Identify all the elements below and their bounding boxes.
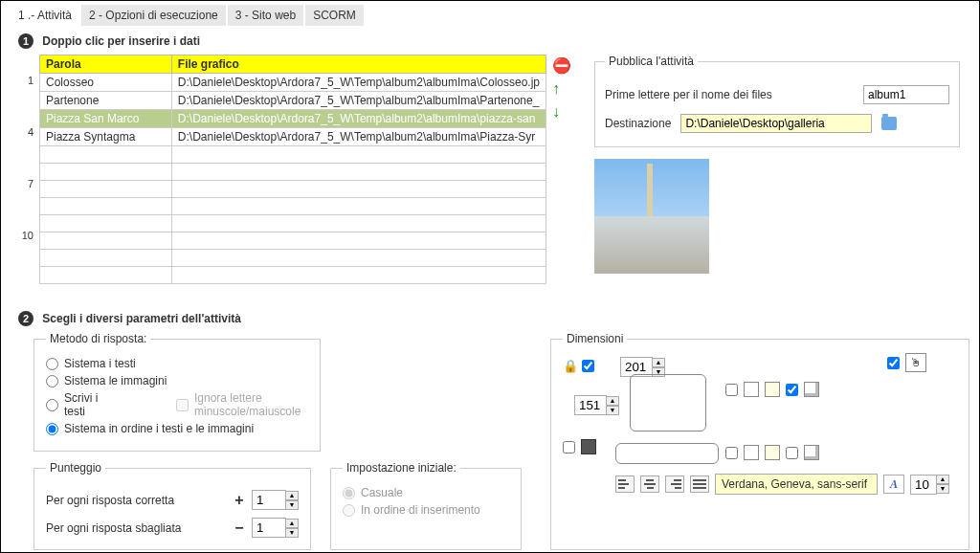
font-size-up[interactable]: ▲	[936, 475, 949, 484]
remove-row-icon[interactable]: ⛔	[552, 56, 571, 75]
tab-activity[interactable]: 1 .- Attività	[11, 5, 79, 26]
table-row[interactable]: PartenoneD:\Daniele\Desktop\Ardora7_5_W\…	[40, 92, 546, 110]
table-row[interactable]	[40, 232, 546, 250]
font-size-down[interactable]: ▼	[936, 484, 949, 494]
chk-b1[interactable]	[563, 441, 575, 453]
chk-s1[interactable]	[725, 384, 738, 396]
image-rect	[630, 374, 706, 431]
swatch-off-2[interactable]	[765, 445, 780, 460]
method-group: Metodo di risposta: Sistema i testi Sist…	[33, 332, 321, 452]
tab-website[interactable]: 3 - Sito web	[228, 5, 303, 26]
align-justify[interactable]	[690, 476, 709, 493]
radio-casuale	[343, 487, 355, 499]
height-spinner[interactable]	[574, 395, 607, 415]
align-right[interactable]	[665, 476, 684, 493]
table-row[interactable]: Piazza SyntagmaD:\Daniele\Desktop\Ardora…	[40, 128, 546, 146]
width-up[interactable]: ▲	[652, 358, 665, 367]
radio-ordine-testi-immagini[interactable]	[46, 423, 58, 435]
preview-image	[594, 159, 709, 274]
table-row[interactable]: ColosseoD:\Daniele\Desktop\Ardora7_5_W\T…	[40, 74, 546, 92]
table-row[interactable]	[40, 181, 546, 198]
align-left[interactable]	[615, 476, 635, 493]
align-center[interactable]	[640, 476, 659, 493]
move-down-icon[interactable]: ↓	[552, 103, 571, 121]
swatch-off[interactable]	[765, 382, 780, 397]
height-down[interactable]: ▼	[606, 406, 619, 415]
prefix-label: Prime lettere per il nome dei files	[605, 88, 854, 101]
table-row[interactable]	[40, 146, 546, 164]
radio-ordine-inserimento	[343, 504, 355, 517]
swatch-shadow[interactable]	[804, 382, 819, 397]
minus-icon: −	[233, 520, 246, 537]
font-style-icon[interactable]: A	[883, 475, 904, 494]
table-row[interactable]	[40, 250, 546, 267]
ignore-case-checkbox	[176, 399, 189, 411]
lock-checkbox[interactable]	[582, 360, 594, 372]
step1-header: 1 Doppio clic per inserire i dati	[18, 33, 969, 49]
radio-sistema-testi[interactable]	[46, 358, 58, 370]
correct-label: Per ogni risposta corretta	[46, 494, 174, 507]
tab-scorm[interactable]: SCORM	[305, 5, 364, 26]
prefix-input[interactable]	[863, 85, 949, 104]
table-row[interactable]	[40, 164, 546, 181]
dimensioni-group: Dimensioni 🔒 ▲▼ ▲▼	[550, 332, 969, 550]
wrong-down[interactable]: ▼	[285, 528, 299, 538]
plus-icon: +	[233, 492, 246, 509]
chk-s2[interactable]	[786, 384, 798, 396]
wrong-label: Per ogni risposta sbagliata	[46, 521, 181, 535]
chk-b2[interactable]	[725, 447, 738, 459]
radio-scrivi-testi[interactable]	[46, 399, 58, 411]
wrong-up[interactable]: ▲	[285, 519, 299, 528]
method-legend: Metodo di risposta:	[46, 332, 150, 345]
swatch-shadow-2[interactable]	[804, 445, 819, 460]
publish-group: Pubblica l'attività Prime lettere per il…	[594, 55, 960, 147]
height-up[interactable]: ▲	[606, 396, 619, 406]
correct-down[interactable]: ▼	[285, 500, 299, 510]
dest-label: Destinazione	[605, 117, 671, 130]
table-row[interactable]	[40, 215, 546, 232]
step1-badge: 1	[18, 33, 33, 49]
correct-spinner[interactable]	[252, 490, 286, 510]
font-family-input[interactable]: Verdana, Geneva, sans-serif	[715, 474, 878, 495]
step2-badge: 2	[18, 311, 33, 326]
step1-title: Doppio clic per inserire i dati	[42, 34, 200, 48]
dim-legend: Dimensioni	[563, 332, 627, 345]
swatch-dark[interactable]	[581, 439, 596, 454]
move-up-icon[interactable]: ↑	[552, 80, 571, 98]
table-row[interactable]	[40, 198, 546, 215]
chk-cursor[interactable]	[887, 357, 900, 369]
cursor-icon[interactable]: 🖱	[905, 353, 926, 372]
swatch-white[interactable]	[744, 382, 759, 397]
publish-legend: Pubblica l'attività	[605, 55, 698, 68]
step2-title: Scegli i diversi parametri dell'attività	[42, 312, 241, 325]
dest-input[interactable]	[680, 114, 872, 133]
data-table[interactable]: Parola File grafico ColosseoD:\Daniele\D…	[39, 55, 546, 284]
init-group: Impostazione iniziale: Casuale In ordine…	[330, 461, 522, 550]
init-legend: Impostazione iniziale:	[343, 461, 460, 475]
score-legend: Punteggio	[46, 461, 105, 475]
correct-up[interactable]: ▲	[285, 491, 299, 500]
tab-exec-options[interactable]: 2 - Opzioni di esecuzione	[81, 5, 226, 26]
lock-icon[interactable]: 🔒	[563, 359, 578, 373]
col-header-file: File grafico	[171, 55, 546, 74]
step2-header: 2 Scegli i diversi parametri dell'attivi…	[18, 311, 969, 326]
radio-sistema-immagini[interactable]	[46, 375, 58, 387]
table-row[interactable]: Piazza San MarcoD:\Daniele\Desktop\Ardor…	[40, 110, 546, 128]
wrong-spinner[interactable]	[252, 518, 286, 538]
table-row[interactable]	[40, 267, 546, 284]
chk-b3[interactable]	[786, 447, 798, 459]
col-header-word: Parola	[40, 55, 172, 74]
swatch-white-2[interactable]	[744, 445, 759, 460]
font-size-spinner[interactable]	[910, 475, 937, 495]
caption-rect	[615, 443, 719, 464]
folder-icon[interactable]	[881, 117, 897, 130]
score-group: Punteggio Per ogni risposta corretta + ▲…	[33, 461, 311, 550]
